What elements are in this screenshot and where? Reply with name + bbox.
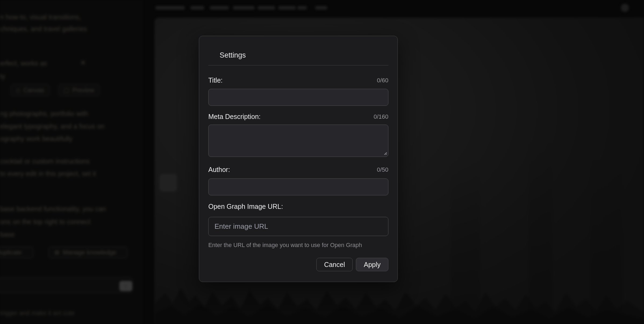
apply-button[interactable]: Apply xyxy=(356,258,388,271)
og-image-url-input[interactable] xyxy=(208,217,388,236)
meta-description-field-header: Meta Description: 0/160 xyxy=(208,112,388,121)
title-input[interactable] xyxy=(208,89,388,106)
modal-button-row: Cancel Apply xyxy=(208,258,388,271)
meta-description-textarea[interactable] xyxy=(208,125,388,157)
author-input[interactable] xyxy=(208,178,388,195)
cancel-button[interactable]: Cancel xyxy=(316,258,353,271)
title-counter: 0/60 xyxy=(377,77,388,84)
title-field-header: Title: 0/60 xyxy=(208,76,388,84)
settings-modal: Settings Title: 0/60 Meta Description: 0… xyxy=(199,36,398,282)
meta-description-label: Meta Description: xyxy=(208,112,261,121)
resize-grip-icon[interactable] xyxy=(383,151,387,155)
title-label: Title: xyxy=(208,76,223,84)
meta-description-counter: 0/160 xyxy=(374,113,388,121)
modal-title: Settings xyxy=(208,51,388,59)
app-screen: n how-to, visual transitions, chniques, … xyxy=(0,0,644,324)
author-label: Author: xyxy=(208,165,230,174)
og-image-field-header: Open Graph Image URL: xyxy=(208,202,388,210)
author-counter: 0/50 xyxy=(377,166,388,174)
og-image-help-text: Enter the URL of the image you want to u… xyxy=(208,242,388,249)
og-image-label: Open Graph Image URL: xyxy=(208,202,283,210)
modal-divider xyxy=(208,65,388,65)
author-field-header: Author: 0/50 xyxy=(208,165,388,174)
